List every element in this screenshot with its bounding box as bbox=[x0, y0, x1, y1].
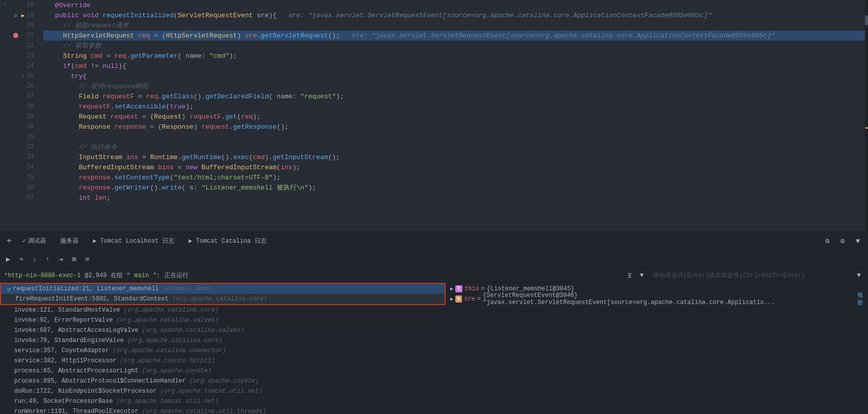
thread-bar: *http-nio-8080-exec-1 @2,948 在组 " main "… bbox=[0, 269, 868, 283]
gutter-top-icon[interactable]: + bbox=[1, 0, 9, 8]
var-item-sre[interactable]: ▶ O sre = {ServletRequestEvent@3046} "ja… bbox=[446, 294, 868, 304]
restart-frame-icon-1[interactable]: ↺ bbox=[7, 285, 11, 293]
frame-class-7: (org.apache.catalina.connector) bbox=[113, 347, 226, 354]
code-line-36: response.getWriter().write( s: "Listener… bbox=[43, 182, 865, 193]
frame-item-10[interactable]: process:895, AbstractProtocol$Connection… bbox=[0, 376, 446, 386]
line-num-28: 28 bbox=[10, 101, 38, 111]
tab-tomcat-localhost[interactable]: ▶ Tomcat Localhost 日志 bbox=[87, 234, 180, 248]
frame-item-12[interactable]: run:49, SocketProcessorBase (org.apache.… bbox=[0, 396, 446, 406]
line-num-27: 27 bbox=[10, 91, 38, 101]
var-badge-sre: O bbox=[455, 295, 462, 303]
debug-btn-step-out[interactable]: ↑ bbox=[42, 253, 54, 266]
var-eq-sre: = bbox=[477, 295, 481, 303]
frame-item-8[interactable]: service:382, Http11Processor (org.apache… bbox=[0, 356, 446, 366]
fold-icon-25[interactable]: ⊖ bbox=[19, 73, 24, 78]
eval-dropdown[interactable]: ▼ bbox=[854, 271, 864, 281]
frame-class-5: (org.apache.catalina.valves) bbox=[142, 327, 244, 334]
arrow-icon: ▶ bbox=[21, 12, 25, 19]
thread-group: main bbox=[134, 272, 149, 279]
thread-colon: ": bbox=[153, 272, 160, 279]
scrollbar-thumb[interactable] bbox=[865, 15, 868, 25]
code-editor: + 18 19 ⊙ ▶ 20 21 22 23 24 25 ⊖ bbox=[0, 0, 868, 232]
code-line-31 bbox=[43, 132, 865, 142]
tab-debugger[interactable]: ✓ 调试器 bbox=[16, 234, 52, 248]
toolbar-icon-settings[interactable]: ⚙ bbox=[821, 235, 834, 247]
debug-btn-more[interactable]: ≡ bbox=[81, 253, 93, 266]
line-num-22: 22 bbox=[10, 41, 38, 51]
frame-spacer-2 bbox=[7, 295, 15, 303]
frame-item-5[interactable]: invoke:687, AbstractAccessLogValve (org.… bbox=[0, 325, 446, 335]
frame-class-11: (org.apache.tomcat.util.net) bbox=[160, 388, 263, 395]
frame-name-4: invoke:92, ErrorReportValve bbox=[14, 317, 117, 324]
tab-tomcat-localhost-label: ▶ Tomcat Localhost 日志 bbox=[93, 237, 174, 245]
debug-btn-run-to-cursor[interactable]: ⇥ bbox=[55, 253, 67, 266]
add-tab-button[interactable]: + bbox=[4, 236, 14, 246]
frame-name-13: runWorker:1191, ThreadPoolExecutor bbox=[14, 408, 142, 414]
debug-btn-step-over[interactable]: ↷ bbox=[15, 253, 27, 266]
frame-item-1[interactable]: ↺ requestInitialized:21, Listener_memshe… bbox=[1, 284, 445, 294]
frame-item-3[interactable]: invoke:121, StandardHostValve (org.apach… bbox=[0, 305, 446, 315]
code-line-37: int len; bbox=[43, 193, 865, 203]
var-eq-this: = bbox=[481, 285, 485, 292]
frame-name-10: process:895, AbstractProtocol$Connection… bbox=[14, 378, 190, 385]
frame-name-9: process:65, AbstractProcessorLight bbox=[14, 367, 142, 374]
code-line-29: Request request = (Request) requestF.get… bbox=[43, 111, 865, 122]
code-line-34: BufferedInputStream bins = new BufferedI… bbox=[43, 162, 865, 172]
frame-class-4: (org.apache.catalina.valves) bbox=[117, 317, 219, 324]
frame-class-2: (org.apache.catalina.core) bbox=[172, 295, 267, 303]
filter-dropdown[interactable]: ▼ bbox=[637, 271, 647, 281]
expand-sre-icon[interactable]: ▶ bbox=[450, 296, 453, 302]
tab-server-label: 服务器 bbox=[60, 237, 79, 245]
panel-body: ↺ requestInitialized:21, Listener_memshe… bbox=[0, 283, 868, 414]
line-num-29: 29 bbox=[10, 111, 38, 122]
vertical-scrollbar[interactable] bbox=[865, 0, 868, 232]
var-view-sre[interactable]: 视图 bbox=[857, 291, 868, 307]
line-num-36: 36 bbox=[10, 182, 38, 193]
frame-item-13[interactable]: runWorker:1191, ThreadPoolExecutor (org.… bbox=[0, 406, 446, 414]
debug-btn-evaluate[interactable]: ⊞ bbox=[68, 253, 80, 266]
line-num-26: 26 bbox=[10, 81, 38, 91]
frame-item-6[interactable]: invoke:78, StandardEngineValve (org.apac… bbox=[0, 335, 446, 346]
var-name-this: this bbox=[464, 285, 479, 292]
frame-item-7[interactable]: service:357, CoyoteAdapter (org.apache.c… bbox=[0, 346, 446, 356]
frame-class-6: (org.apache.catalina.core) bbox=[127, 337, 222, 344]
frame-item-9[interactable]: process:65, AbstractProcessorLight (org.… bbox=[0, 366, 446, 376]
code-line-25: try{ bbox=[43, 71, 865, 81]
code-line-35: response.setContentType("text/html;chars… bbox=[43, 172, 865, 182]
line-num-31: 31 bbox=[10, 132, 38, 142]
frames-pane: ↺ requestInitialized:21, Listener_memshe… bbox=[0, 283, 446, 414]
filter-area: ⊻ ▼ 评估表达式(Enter)或添加监视(Ctrl+Shift+Enter) … bbox=[625, 271, 864, 281]
code-line-18: @Override bbox=[43, 0, 865, 10]
breakpoint-dot-21[interactable] bbox=[13, 33, 18, 38]
code-line-23: String cmd = req.getParameter( name: "cm… bbox=[43, 51, 865, 61]
frame-name-1: requestInitialized:21, Listener_memshell bbox=[13, 285, 162, 292]
debug-btn-step-into[interactable]: ↓ bbox=[28, 253, 41, 266]
tab-tomcat-catalina-label: ▶ Tomcat Catalina 日志 bbox=[189, 237, 267, 245]
var-value-this: {Listener_memshell@3045} bbox=[487, 285, 574, 292]
frame-item-4[interactable]: invoke:92, ErrorReportValve (org.apache.… bbox=[0, 315, 446, 325]
code-line-30: Response response = (Response) request.g… bbox=[43, 122, 865, 132]
toolbar-icon-menu[interactable]: ▼ bbox=[852, 235, 864, 247]
eval-placeholder-text[interactable]: 评估表达式(Enter)或添加监视(Ctrl+Shift+Enter) bbox=[649, 271, 852, 280]
expand-this-icon[interactable]: ▶ bbox=[450, 286, 453, 292]
debug-btn-resume[interactable]: ▶ bbox=[2, 253, 14, 266]
frame-class-3: (org.apache.catalina.core) bbox=[124, 307, 219, 314]
frame-item-2[interactable]: fireRequestInitEvent:5992, StandardConte… bbox=[1, 294, 445, 304]
frame-name-3: invoke:121, StandardHostValve bbox=[14, 307, 124, 314]
code-content[interactable]: @Override public void requestInitialized… bbox=[43, 0, 865, 232]
code-line-27: Field requestF = req.getClass().getDecla… bbox=[43, 91, 865, 101]
filter-button[interactable]: ⊻ bbox=[625, 271, 635, 281]
frame-name-5: invoke:687, AbstractAccessLogValve bbox=[14, 327, 142, 334]
line-num-25: 25 ⊖ bbox=[10, 71, 38, 81]
tab-server[interactable]: 服务器 bbox=[54, 234, 85, 248]
frame-item-11[interactable]: doRun:1722, NioEndpoint$SocketProcessor … bbox=[0, 386, 446, 396]
selected-frames-box: ↺ requestInitialized:21, Listener_memshe… bbox=[0, 283, 446, 305]
code-line-28: requestF.setAccessible(true); bbox=[43, 101, 865, 111]
tab-tomcat-catalina[interactable]: ▶ Tomcat Catalina 日志 bbox=[183, 234, 273, 248]
line-num-18: 18 bbox=[10, 0, 38, 10]
frame-class-12: (org.apache.tomcat.util.net) bbox=[117, 398, 219, 405]
frame-class-8: (org.apache.coyote.http11) bbox=[120, 357, 215, 364]
line-num-20: 20 bbox=[10, 20, 38, 30]
code-line-24: if(cmd != null){ bbox=[43, 61, 865, 71]
toolbar-icon-config[interactable]: ⚙ bbox=[837, 235, 849, 247]
